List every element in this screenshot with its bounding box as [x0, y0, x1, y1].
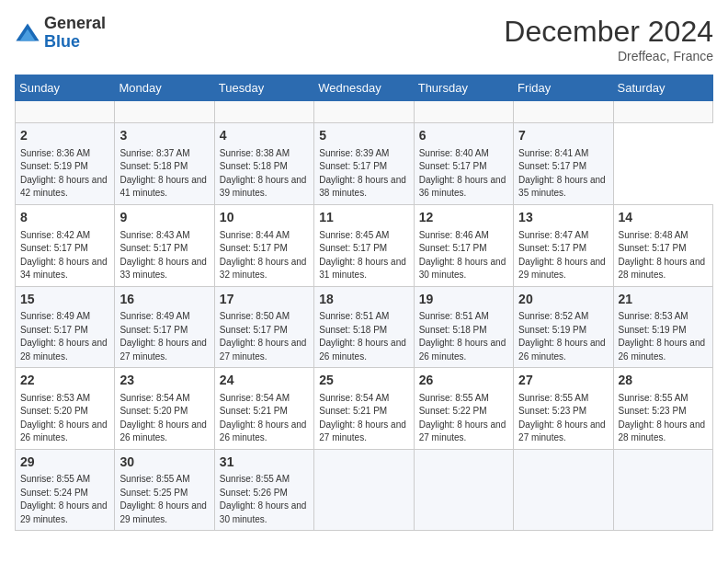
- day-cell-26: 26Sunrise: 8:55 AMSunset: 5:22 PMDayligh…: [414, 368, 513, 450]
- day-number: 11: [319, 209, 408, 227]
- week-row-1: [16, 101, 713, 123]
- day-number: 26: [419, 372, 508, 390]
- day-cell-18: 18Sunrise: 8:51 AMSunset: 5:18 PMDayligh…: [314, 286, 414, 368]
- day-info: Sunrise: 8:55 AMSunset: 5:25 PMDaylight:…: [119, 473, 209, 526]
- day-cell-4: 4Sunrise: 8:38 AMSunset: 5:18 PMDaylight…: [214, 123, 313, 205]
- day-number: 2: [20, 127, 109, 145]
- day-info: Sunrise: 8:49 AMSunset: 5:17 PMDaylight:…: [119, 310, 209, 363]
- day-number: 19: [419, 291, 508, 309]
- day-info: Sunrise: 8:38 AMSunset: 5:18 PMDaylight:…: [220, 147, 309, 201]
- week-row-2: 2Sunrise: 8:36 AMSunset: 5:19 PMDaylight…: [16, 123, 713, 205]
- day-cell-28: 28Sunrise: 8:55 AMSunset: 5:23 PMDayligh…: [613, 368, 712, 450]
- logo: General Blue: [15, 15, 106, 52]
- day-cell-15: 15Sunrise: 8:49 AMSunset: 5:17 PMDayligh…: [16, 286, 115, 368]
- empty-cell: [414, 101, 513, 123]
- day-cell-8: 8Sunrise: 8:42 AMSunset: 5:17 PMDaylight…: [16, 204, 115, 286]
- day-info: Sunrise: 8:49 AMSunset: 5:17 PMDaylight:…: [20, 310, 109, 363]
- day-cell-3: 3Sunrise: 8:37 AMSunset: 5:18 PMDaylight…: [115, 123, 214, 205]
- logo-icon: [15, 20, 40, 46]
- day-header-tuesday: Tuesday: [214, 75, 313, 101]
- empty-cell: [514, 449, 613, 531]
- day-cell-13: 13Sunrise: 8:47 AMSunset: 5:17 PMDayligh…: [514, 204, 613, 286]
- day-header-thursday: Thursday: [414, 75, 513, 101]
- day-header-sunday: Sunday: [16, 75, 115, 101]
- day-number: 22: [20, 372, 109, 390]
- day-cell-23: 23Sunrise: 8:54 AMSunset: 5:20 PMDayligh…: [115, 368, 214, 450]
- day-number: 31: [220, 454, 309, 472]
- calendar-table: SundayMondayTuesdayWednesdayThursdayFrid…: [15, 75, 713, 531]
- day-cell-24: 24Sunrise: 8:54 AMSunset: 5:21 PMDayligh…: [214, 368, 313, 450]
- empty-cell: [314, 449, 414, 531]
- day-info: Sunrise: 8:47 AMSunset: 5:17 PMDaylight:…: [518, 229, 608, 282]
- empty-cell: [314, 101, 414, 123]
- logo-line2: Blue: [44, 33, 106, 52]
- day-cell-21: 21Sunrise: 8:53 AMSunset: 5:19 PMDayligh…: [613, 286, 712, 368]
- day-cell-30: 30Sunrise: 8:55 AMSunset: 5:25 PMDayligh…: [115, 449, 214, 531]
- week-row-6: 29Sunrise: 8:55 AMSunset: 5:24 PMDayligh…: [16, 449, 713, 531]
- day-number: 29: [20, 454, 109, 472]
- day-number: 15: [20, 291, 109, 309]
- day-cell-7: 7Sunrise: 8:41 AMSunset: 5:17 PMDaylight…: [514, 123, 613, 205]
- location: Dreffeac, France: [504, 49, 713, 63]
- day-info: Sunrise: 8:46 AMSunset: 5:17 PMDaylight:…: [419, 229, 508, 282]
- day-cell-16: 16Sunrise: 8:49 AMSunset: 5:17 PMDayligh…: [115, 286, 214, 368]
- day-number: 7: [518, 127, 608, 145]
- empty-cell: [514, 101, 613, 123]
- day-info: Sunrise: 8:54 AMSunset: 5:21 PMDaylight:…: [220, 392, 309, 445]
- empty-cell: [115, 101, 214, 123]
- day-number: 10: [220, 209, 309, 227]
- day-number: 23: [119, 372, 209, 390]
- day-number: 17: [220, 291, 309, 309]
- day-number: 4: [220, 127, 309, 145]
- day-info: Sunrise: 8:53 AMSunset: 5:19 PMDaylight:…: [619, 310, 708, 363]
- day-cell-27: 27Sunrise: 8:55 AMSunset: 5:23 PMDayligh…: [514, 368, 613, 450]
- day-info: Sunrise: 8:45 AMSunset: 5:17 PMDaylight:…: [319, 229, 408, 282]
- day-cell-11: 11Sunrise: 8:45 AMSunset: 5:17 PMDayligh…: [314, 204, 414, 286]
- empty-cell: [613, 449, 712, 531]
- day-number: 16: [119, 291, 209, 309]
- day-info: Sunrise: 8:50 AMSunset: 5:17 PMDaylight:…: [220, 310, 309, 363]
- day-number: 20: [518, 291, 608, 309]
- day-cell-10: 10Sunrise: 8:44 AMSunset: 5:17 PMDayligh…: [214, 204, 313, 286]
- day-number: 25: [319, 372, 408, 390]
- day-info: Sunrise: 8:55 AMSunset: 5:23 PMDaylight:…: [518, 392, 608, 445]
- day-cell-5: 5Sunrise: 8:39 AMSunset: 5:17 PMDaylight…: [314, 123, 414, 205]
- header-row: SundayMondayTuesdayWednesdayThursdayFrid…: [16, 75, 713, 101]
- day-cell-20: 20Sunrise: 8:52 AMSunset: 5:19 PMDayligh…: [514, 286, 613, 368]
- empty-cell: [214, 101, 313, 123]
- day-number: 13: [518, 209, 608, 227]
- day-info: Sunrise: 8:53 AMSunset: 5:20 PMDaylight:…: [20, 392, 109, 445]
- day-number: 3: [119, 127, 209, 145]
- day-cell-2: 2Sunrise: 8:36 AMSunset: 5:19 PMDaylight…: [16, 123, 115, 205]
- day-cell-14: 14Sunrise: 8:48 AMSunset: 5:17 PMDayligh…: [613, 204, 712, 286]
- day-info: Sunrise: 8:42 AMSunset: 5:17 PMDaylight:…: [20, 229, 109, 282]
- day-header-monday: Monday: [115, 75, 214, 101]
- day-info: Sunrise: 8:39 AMSunset: 5:17 PMDaylight:…: [319, 147, 408, 201]
- day-cell-25: 25Sunrise: 8:54 AMSunset: 5:21 PMDayligh…: [314, 368, 414, 450]
- day-number: 28: [619, 372, 708, 390]
- day-header-saturday: Saturday: [613, 75, 712, 101]
- day-number: 6: [419, 127, 508, 145]
- day-info: Sunrise: 8:55 AMSunset: 5:24 PMDaylight:…: [20, 473, 109, 526]
- day-info: Sunrise: 8:51 AMSunset: 5:18 PMDaylight:…: [319, 310, 408, 363]
- day-number: 14: [619, 209, 708, 227]
- day-info: Sunrise: 8:37 AMSunset: 5:18 PMDaylight:…: [119, 147, 209, 201]
- day-number: 27: [518, 372, 608, 390]
- page-header: General Blue December 2024 Dreffeac, Fra…: [15, 15, 713, 63]
- day-cell-31: 31Sunrise: 8:55 AMSunset: 5:26 PMDayligh…: [214, 449, 313, 531]
- week-row-5: 22Sunrise: 8:53 AMSunset: 5:20 PMDayligh…: [16, 368, 713, 450]
- day-cell-17: 17Sunrise: 8:50 AMSunset: 5:17 PMDayligh…: [214, 286, 313, 368]
- title-block: December 2024 Dreffeac, France: [504, 15, 713, 63]
- day-info: Sunrise: 8:52 AMSunset: 5:19 PMDaylight:…: [518, 310, 608, 363]
- empty-cell: [16, 101, 115, 123]
- day-number: 12: [419, 209, 508, 227]
- day-header-wednesday: Wednesday: [314, 75, 414, 101]
- day-number: 18: [319, 291, 408, 309]
- day-number: 30: [119, 454, 209, 472]
- day-info: Sunrise: 8:54 AMSunset: 5:21 PMDaylight:…: [319, 392, 408, 445]
- day-number: 8: [20, 209, 109, 227]
- month-title: December 2024: [504, 15, 713, 49]
- empty-cell: [613, 101, 712, 123]
- day-cell-9: 9Sunrise: 8:43 AMSunset: 5:17 PMDaylight…: [115, 204, 214, 286]
- day-info: Sunrise: 8:36 AMSunset: 5:19 PMDaylight:…: [20, 147, 109, 201]
